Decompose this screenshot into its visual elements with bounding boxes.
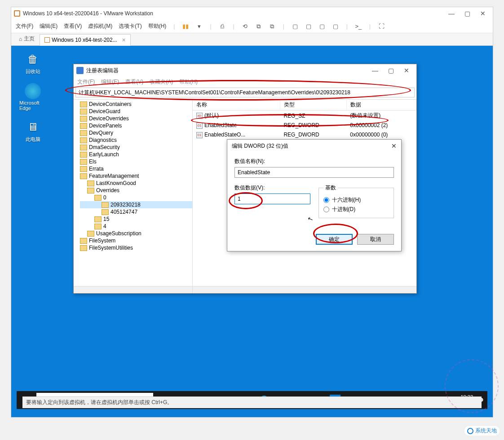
col-data[interactable]: 数据 xyxy=(346,100,416,110)
value-row[interactable]: ab(默认)REG_SZ(数值未设置) xyxy=(193,110,416,121)
home-icon: ⌂ xyxy=(19,36,22,42)
dialog-close-icon[interactable]: ✕ xyxy=(391,142,397,150)
close-icon[interactable]: ✕ xyxy=(480,10,486,17)
col-type[interactable]: 类型 xyxy=(280,100,346,110)
watermark-logo: 系统天地 xyxy=(464,426,500,436)
close-icon[interactable]: ✕ xyxy=(404,67,409,74)
value-row[interactable]: 01EnabledStateREG_DWORD0x00000002 (2) xyxy=(193,121,416,130)
pause-icon[interactable]: ▮▮ xyxy=(182,23,189,30)
regedit-menubar: 文件(F) 编辑(E) 查看(V) 收藏夹(A) 帮助(H) xyxy=(74,77,416,87)
menu-file[interactable]: 文件(F) xyxy=(16,22,33,30)
menu-edit[interactable]: 编辑(E) xyxy=(40,22,57,30)
tree-scrollbar[interactable] xyxy=(74,286,192,293)
tree-item[interactable]: LastKnownGood xyxy=(80,180,192,187)
tab-home[interactable]: ⌂ 主页 xyxy=(14,32,40,45)
data-label: 数值数据(V): xyxy=(234,184,310,192)
radix-dec-radio[interactable] xyxy=(323,207,329,212)
vmware-window: Windows 10 x64-test-20200416 - VMware Wo… xyxy=(11,7,493,418)
reg-menu-view[interactable]: 查看(V) xyxy=(125,78,143,86)
cancel-button[interactable]: 取消 xyxy=(357,234,394,245)
tree-item[interactable]: DmaSecurity xyxy=(80,144,192,151)
dialog-titlebar[interactable]: 编辑 DWORD (32 位)值 ✕ xyxy=(227,140,401,152)
tree-item[interactable]: UsageSubscription xyxy=(80,230,192,237)
tree-item[interactable]: FileSystemUtilities xyxy=(80,244,192,251)
revert-icon[interactable]: ⟲ xyxy=(242,23,249,30)
vmware-title-text: Windows 10 x64-test-20200416 - VMware Wo… xyxy=(23,10,153,17)
name-label: 数值名称(N): xyxy=(234,158,394,165)
tree-item[interactable]: FileSystem xyxy=(80,237,192,244)
tree-item[interactable]: Els xyxy=(80,158,192,165)
guest-desktop[interactable]: 🗑回收站 Microsoft Edge 🖥此电脑 注册表编辑器 — ▢ ✕ xyxy=(11,46,493,417)
col-name[interactable]: 名称 xyxy=(193,100,280,110)
tree-item[interactable]: 2093230218 xyxy=(80,201,192,208)
regedit-path-input[interactable] xyxy=(75,88,415,97)
vmware-statusbar: 要将输入定向到该虚拟机，请在虚拟机内部单击或按 Ctrl+G。 xyxy=(22,396,482,408)
tree-item[interactable]: Diagnostics xyxy=(80,136,192,144)
minimize-icon[interactable]: — xyxy=(372,67,378,74)
this-pc-icon[interactable]: 🖥此电脑 xyxy=(25,119,41,143)
tree-item[interactable]: DeviceContainers xyxy=(80,101,192,108)
tree-item[interactable]: 405124747 xyxy=(80,208,192,216)
regedit-window-controls: — ▢ ✕ xyxy=(372,67,414,74)
tree-item[interactable]: Errata xyxy=(80,165,192,172)
edit-dword-dialog: 编辑 DWORD (32 位)值 ✕ 数值名称(N): 数值数据(V): 基数 … xyxy=(227,139,402,251)
snapshot-icon[interactable]: ⎙ xyxy=(219,23,226,30)
tab-vm-active[interactable]: Windows 10 x64-test-202... ✕ xyxy=(40,34,130,46)
tree-item[interactable]: DeviceOverrides xyxy=(80,115,192,122)
desktop-icons: 🗑回收站 Microsoft Edge 🖥此电脑 xyxy=(19,51,46,143)
reg-menu-file[interactable]: 文件(F) xyxy=(77,78,95,86)
value-data-input[interactable] xyxy=(234,194,310,204)
regedit-address-bar xyxy=(74,87,416,100)
dropdown-icon[interactable]: ▾ xyxy=(195,23,203,30)
radix-fieldset: 基数 十六进制(H) 十进制(D) xyxy=(318,184,394,218)
value-name-input[interactable] xyxy=(234,167,394,178)
minimize-icon[interactable]: — xyxy=(448,10,455,17)
vmware-menubar: 文件(F) 编辑(E) 查看(V) 虚拟机(M) 选项卡(T) 帮助(H) | … xyxy=(11,20,493,33)
regedit-tree[interactable]: DeviceContainersDeviceGuardDeviceOverrid… xyxy=(74,100,193,293)
clone-icon[interactable]: ⧉ xyxy=(269,23,276,30)
tree-item[interactable]: DevicePanels xyxy=(80,122,192,129)
ok-button[interactable]: 确定 xyxy=(316,234,353,245)
dialog-title-text: 编辑 DWORD (32 位)值 xyxy=(232,142,288,150)
tab-close-icon[interactable]: ✕ xyxy=(122,37,126,43)
fullscreen-icon[interactable]: ⛶ xyxy=(378,23,385,30)
console-icon[interactable]: >_ xyxy=(355,23,362,30)
regedit-titlebar[interactable]: 注册表编辑器 — ▢ ✕ xyxy=(74,64,416,77)
vmware-icon xyxy=(14,10,20,17)
menu-vm[interactable]: 虚拟机(M) xyxy=(88,22,112,30)
vmware-tabbar: ⌂ 主页 Windows 10 x64-test-202... ✕ xyxy=(11,33,493,46)
edge-icon[interactable]: Microsoft Edge xyxy=(19,83,46,111)
view3-icon[interactable]: ▢ xyxy=(318,23,326,30)
regedit-title-text: 注册表编辑器 xyxy=(86,67,119,75)
value-row[interactable]: 01EnabledStateO...REG_DWORD0x00000000 (0… xyxy=(193,130,416,140)
regedit-icon xyxy=(76,67,84,74)
recycle-bin-icon[interactable]: 🗑回收站 xyxy=(25,51,41,75)
radix-hex-radio[interactable] xyxy=(323,197,329,203)
tree-item[interactable]: Overrides xyxy=(80,187,192,194)
radix-legend: 基数 xyxy=(323,184,338,192)
menu-view[interactable]: 查看(V) xyxy=(64,22,82,30)
reg-menu-help[interactable]: 帮助(H) xyxy=(179,78,198,86)
menu-tabs[interactable]: 选项卡(T) xyxy=(119,22,141,30)
vm-tab-icon xyxy=(44,37,50,43)
maximize-icon[interactable]: ▢ xyxy=(388,67,394,74)
tree-item[interactable]: DevQuery xyxy=(80,129,192,136)
tree-item[interactable]: 4 xyxy=(80,223,192,230)
view2-icon[interactable]: ▢ xyxy=(305,23,312,30)
tree-item[interactable]: FeatureManagement xyxy=(80,172,192,180)
menu-help[interactable]: 帮助(H) xyxy=(148,22,167,30)
tree-item[interactable]: EarlyLaunch xyxy=(80,151,192,158)
watermark-circle xyxy=(445,359,499,413)
list-scrollbar[interactable] xyxy=(193,286,416,293)
tree-item[interactable]: DeviceGuard xyxy=(80,108,192,115)
snapshot-manager-icon[interactable]: ⧉ xyxy=(255,23,262,30)
view4-icon[interactable]: ▢ xyxy=(332,23,339,30)
reg-menu-fav[interactable]: 收藏夹(A) xyxy=(150,78,173,86)
tree-item[interactable]: 0 xyxy=(80,194,192,201)
tree-item[interactable]: 15 xyxy=(80,216,192,223)
reg-menu-edit[interactable]: 编辑(E) xyxy=(101,78,119,86)
vmware-titlebar[interactable]: Windows 10 x64-test-20200416 - VMware Wo… xyxy=(11,7,493,20)
window-controls: — ▢ ✕ xyxy=(448,10,490,17)
maximize-icon[interactable]: ▢ xyxy=(464,10,470,17)
view1-icon[interactable]: ▢ xyxy=(292,23,299,30)
